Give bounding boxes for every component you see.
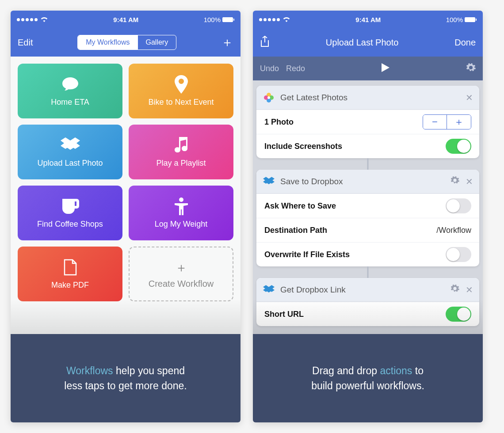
workflow-tile-playlist[interactable]: Play a Playlist: [129, 125, 233, 179]
caption: Workflows help you spend less taps to ge…: [11, 334, 241, 422]
share-button[interactable]: [260, 36, 270, 49]
nav-bar: Upload Last Photo Done: [253, 28, 483, 57]
card-header: Save to Dropbox ✕: [256, 170, 479, 194]
dropbox-icon: [263, 175, 275, 188]
workflow-tile-bike[interactable]: Bike to Next Event: [129, 64, 233, 118]
stepper-minus[interactable]: −: [423, 115, 447, 129]
wifi-icon: [283, 16, 290, 23]
row-overwrite: Overwrite If File Exists: [256, 242, 479, 266]
tile-label: Upload Last Photo: [37, 159, 103, 168]
redo-button[interactable]: Redo: [286, 64, 305, 73]
row-short-url: Short URL: [256, 302, 479, 326]
create-workflow-tile[interactable]: ＋ Create Workflow: [129, 247, 233, 301]
row-photo-count: 1 Photo − ＋: [256, 110, 479, 134]
phone-left: 9:41 AM 100% Edit My Workflows Gallery ＋…: [11, 11, 241, 422]
tile-label: Bike to Next Event: [148, 98, 214, 107]
close-icon[interactable]: ✕: [466, 176, 473, 187]
row-include-screenshots: Include Screenshots: [256, 134, 479, 158]
battery-icon: [222, 17, 234, 22]
gear-icon[interactable]: [451, 284, 459, 295]
wifi-icon: [40, 16, 48, 23]
action-card-save-to-dropbox[interactable]: Save to Dropbox ✕ Ask Where to Save Dest…: [256, 170, 479, 266]
status-bar: 9:41 AM 100%: [253, 11, 483, 28]
caption: Drag and drop actions to build powerful …: [253, 334, 483, 422]
add-workflow-button[interactable]: ＋: [221, 34, 233, 51]
done-button[interactable]: Done: [454, 38, 476, 48]
caption-highlight: actions: [380, 365, 412, 376]
tab-my-workflows[interactable]: My Workflows: [78, 35, 137, 49]
tile-label: Find Coffee Shops: [37, 220, 103, 229]
photo-count-stepper[interactable]: − ＋: [423, 114, 471, 129]
tab-gallery[interactable]: Gallery: [138, 35, 176, 49]
workflow-tile-coffee[interactable]: Find Coffee Shops: [18, 186, 122, 240]
signal-dots-icon: [259, 18, 280, 21]
card-title: Save to Dropbox: [280, 177, 444, 186]
pin-icon: [175, 76, 188, 93]
edit-button[interactable]: Edit: [18, 38, 33, 48]
gear-icon[interactable]: [451, 176, 459, 187]
battery-percent: 100%: [204, 16, 221, 23]
row-ask-where: Ask Where to Save: [256, 194, 479, 218]
document-icon: [64, 258, 77, 276]
action-card-get-latest-photos[interactable]: Get Latest Photos ✕ 1 Photo − ＋ Include …: [256, 86, 479, 158]
dropbox-icon: [61, 137, 80, 154]
close-icon[interactable]: ✕: [466, 92, 473, 103]
workflow-tile-home-eta[interactable]: Home ETA: [18, 64, 122, 118]
chat-icon: [61, 76, 79, 93]
workflow-tile-upload[interactable]: Upload Last Photo: [18, 125, 122, 179]
card-header: Get Dropbox Link ✕: [256, 278, 479, 302]
caption-highlight: Workflows: [66, 365, 113, 376]
status-bar: 9:41 AM 100%: [11, 11, 241, 28]
editor-toolbar: Undo Redo: [253, 57, 483, 80]
tile-label: Home ETA: [51, 98, 89, 107]
workflow-tile-pdf[interactable]: Make PDF: [18, 247, 122, 301]
battery-icon: [465, 17, 477, 22]
signal-dots-icon: [17, 18, 38, 21]
stepper-plus[interactable]: ＋: [447, 115, 471, 129]
music-icon: [175, 137, 188, 154]
settings-button[interactable]: [466, 63, 476, 75]
tile-label: Log My Weight: [155, 220, 208, 229]
create-label: Create Workflow: [149, 279, 214, 289]
short-url-switch[interactable]: [446, 307, 471, 322]
workflow-tile-weight[interactable]: Log My Weight: [129, 186, 233, 240]
status-time: 9:41 AM: [355, 16, 381, 23]
card-header: Get Latest Photos ✕: [256, 86, 479, 110]
nav-bar: Edit My Workflows Gallery ＋: [11, 28, 241, 57]
tile-label: Make PDF: [51, 281, 89, 290]
card-title: Get Dropbox Link: [280, 285, 444, 295]
page-title: Upload Last Photo: [326, 38, 399, 48]
tile-label: Play a Playlist: [156, 159, 206, 168]
undo-button[interactable]: Undo: [260, 64, 279, 73]
phone-right: 9:41 AM 100% Upload Last Photo Done Undo…: [253, 11, 483, 422]
card-title: Get Latest Photos: [280, 93, 459, 103]
svg-point-0: [179, 198, 183, 202]
row-destination-path[interactable]: Destination Path /Workflow: [256, 218, 479, 242]
segmented-control[interactable]: My Workflows Gallery: [77, 35, 176, 50]
cup-icon: [61, 198, 79, 215]
photos-app-icon: [263, 91, 275, 104]
run-button[interactable]: [381, 62, 390, 75]
include-screenshots-switch[interactable]: [446, 139, 471, 154]
body-icon: [175, 198, 188, 215]
destination-path-value: /Workflow: [436, 226, 471, 235]
battery-percent: 100%: [446, 16, 463, 23]
close-icon[interactable]: ✕: [466, 285, 473, 295]
action-card-get-dropbox-link[interactable]: Get Dropbox Link ✕ Short URL: [256, 278, 479, 326]
plus-icon: ＋: [175, 259, 187, 276]
svg-point-5: [267, 96, 270, 99]
overwrite-switch[interactable]: [446, 247, 471, 262]
ask-where-switch[interactable]: [446, 198, 471, 213]
dropbox-icon: [263, 284, 275, 296]
status-time: 9:41 AM: [113, 16, 138, 23]
